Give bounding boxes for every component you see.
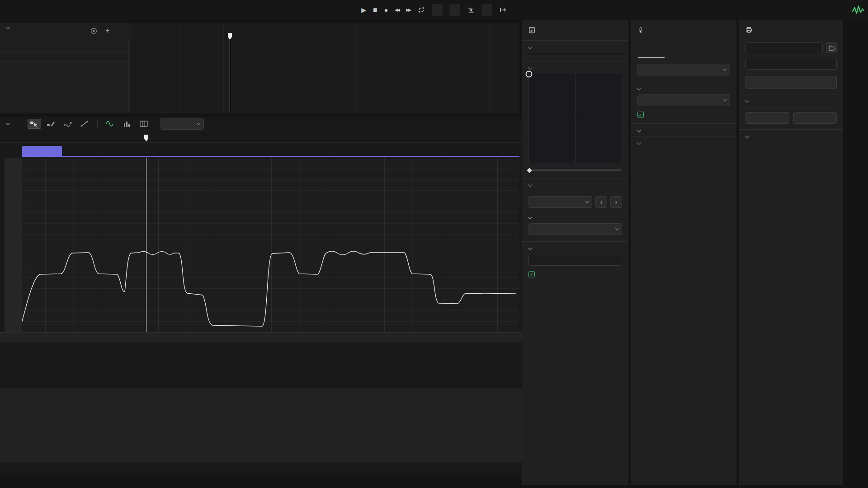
tracks-section-header[interactable] xyxy=(745,100,837,102)
follow-playhead-icon[interactable] xyxy=(499,7,507,13)
format-section-header[interactable] xyxy=(745,136,837,137)
destination-folder-input[interactable] xyxy=(745,42,823,53)
arrangement-playhead-marker[interactable] xyxy=(228,33,232,40)
take-select[interactable] xyxy=(528,196,592,208)
mode-segmented-control xyxy=(528,53,622,55)
line-tool[interactable] xyxy=(78,119,91,129)
version-select[interactable] xyxy=(637,64,730,75)
pitch-curve-toggle-icon[interactable] xyxy=(104,119,117,129)
signature-row[interactable] xyxy=(0,39,128,52)
fast-forward-button[interactable]: ▶▶ xyxy=(406,8,410,12)
arrangement-panel: + xyxy=(0,23,519,113)
arrangement-playhead[interactable] xyxy=(230,37,230,113)
notes-panel-header xyxy=(528,20,622,38)
main-area: + xyxy=(0,20,868,488)
side-icon-rail xyxy=(846,20,868,488)
expression-xy-pad[interactable] xyxy=(528,74,622,164)
expression-handle[interactable] xyxy=(526,71,533,78)
evenly-split-checkbox-row[interactable]: ✓ xyxy=(528,271,622,277)
tempo-row[interactable] xyxy=(0,52,128,62)
arrangement-divider xyxy=(128,39,129,113)
phonemes-input[interactable] xyxy=(528,254,622,266)
grid-size-select[interactable] xyxy=(160,118,204,130)
collapse-piano-roll-chevron[interactable] xyxy=(6,121,10,125)
vocal-mode-section-header[interactable] xyxy=(637,130,730,131)
piano-keys[interactable] xyxy=(5,158,22,332)
piano-roll-panel xyxy=(0,117,522,476)
render-panel-header xyxy=(745,20,837,38)
loop-icon[interactable] xyxy=(417,7,425,13)
transport-bar: ▶ ■ ● ◀◀ ▶▶ xyxy=(0,0,868,20)
record-mode-icon[interactable] xyxy=(90,27,97,35)
clip-tag-row xyxy=(0,143,522,158)
browse-folder-button[interactable] xyxy=(826,42,837,53)
prev-take-button[interactable]: ‹ xyxy=(595,196,607,208)
voice-language-section-header[interactable] xyxy=(637,88,730,90)
phoneme-timing-lane[interactable] xyxy=(0,343,522,462)
arrangement-timeline[interactable] xyxy=(131,23,519,113)
mode-section-header[interactable] xyxy=(528,47,622,48)
time-signature-display[interactable] xyxy=(432,4,443,16)
tempo-display[interactable] xyxy=(449,4,460,16)
next-take-button[interactable]: › xyxy=(610,196,622,208)
play-button[interactable]: ▶ xyxy=(361,6,366,14)
bounce-to-files-button[interactable] xyxy=(745,76,837,89)
render-icon xyxy=(745,27,752,33)
collapse-arrangement-chevron[interactable] xyxy=(6,25,10,30)
rewind-button[interactable]: ◀◀ xyxy=(395,8,399,12)
phoneme-timing-strip[interactable] xyxy=(0,332,522,343)
select-all-button[interactable] xyxy=(745,112,789,124)
stop-button[interactable]: ■ xyxy=(373,6,377,14)
voice-panel-header xyxy=(637,20,730,38)
piano-roll-playhead-marker[interactable] xyxy=(144,135,148,141)
app-root: ▶ ■ ● ◀◀ ▶▶ xyxy=(0,0,868,488)
ai-retakes-section-header[interactable] xyxy=(528,184,622,186)
add-track-button[interactable]: + xyxy=(105,27,109,35)
notes-panel: ‹ › ✓ xyxy=(522,20,628,485)
phonemes-section-header[interactable] xyxy=(528,248,622,249)
app-logo-icon xyxy=(852,4,864,16)
record-button[interactable]: ● xyxy=(384,6,388,14)
metronome-icon[interactable] xyxy=(467,6,475,14)
expression-section-header[interactable] xyxy=(528,67,622,69)
language-section-header[interactable] xyxy=(528,217,622,219)
active-clip-tag[interactable] xyxy=(22,146,62,156)
note-language-select[interactable] xyxy=(528,223,622,235)
relaxed-consonants-checkbox[interactable]: ✓ xyxy=(637,112,644,118)
piano-roll-header xyxy=(0,117,522,131)
relaxed-consonants-row[interactable]: ✓ xyxy=(637,112,730,118)
notes-icon xyxy=(528,27,535,33)
evenly-split-checkbox[interactable]: ✓ xyxy=(528,271,535,277)
editor-tab-bar xyxy=(0,462,522,476)
piano-view-toggle-icon[interactable] xyxy=(137,119,151,129)
voice-avatar-image[interactable] xyxy=(631,38,736,59)
timing-spikes xyxy=(0,343,522,462)
curve-tool[interactable] xyxy=(61,119,75,129)
parameters-section-header[interactable] xyxy=(637,142,730,144)
voice-language-select[interactable] xyxy=(637,94,730,106)
voice-icon xyxy=(637,27,644,33)
render-panel xyxy=(739,20,843,485)
unselect-all-button[interactable] xyxy=(793,112,837,124)
vibrato-handle[interactable] xyxy=(527,168,532,173)
time-display[interactable] xyxy=(481,4,492,16)
note-grid[interactable] xyxy=(0,158,522,332)
arrangement-header xyxy=(6,27,13,29)
vibrato-modulation-slider[interactable] xyxy=(529,169,621,171)
piano-roll-ruler[interactable] xyxy=(0,131,522,143)
select-tool[interactable] xyxy=(28,119,41,129)
voice-panel: ✓ xyxy=(631,20,736,485)
file-name-input[interactable] xyxy=(745,58,837,70)
draw-tool[interactable] xyxy=(44,119,58,129)
loudness-bars-toggle-icon[interactable] xyxy=(120,119,134,129)
piano-roll-playhead[interactable] xyxy=(146,158,146,332)
clip-boundary-line xyxy=(22,156,519,157)
